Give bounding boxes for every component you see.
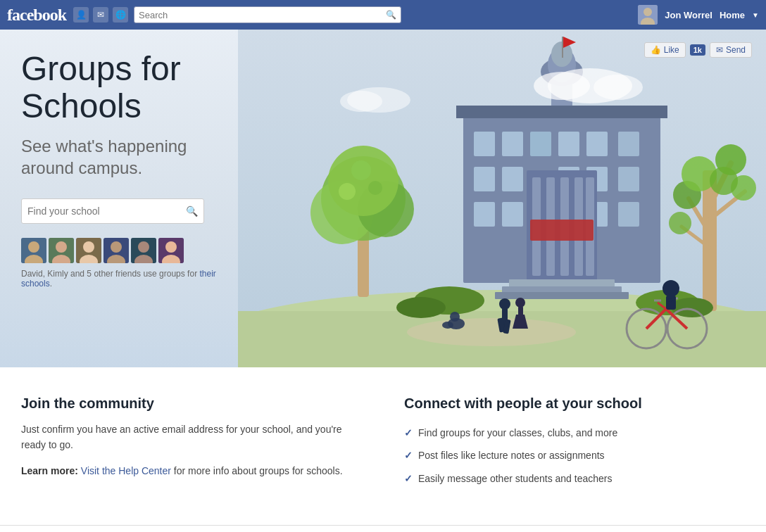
svg-point-80 <box>396 297 446 318</box>
username: Jon Worrel <box>665 10 712 20</box>
find-school-button[interactable]: 🔍 <box>186 205 198 217</box>
dropdown-arrow-icon[interactable]: ▼ <box>752 11 759 19</box>
svg-point-24 <box>407 318 576 346</box>
connect-col: Connect with people at your school Find … <box>404 395 745 490</box>
friends-icon[interactable]: 👤 <box>73 7 89 23</box>
hero-subtitle: See what's happening around campus. <box>21 135 232 179</box>
svg-point-19 <box>165 241 177 253</box>
svg-rect-40 <box>474 167 495 191</box>
list-item: Easily message other students and teache… <box>404 467 745 490</box>
hero-title: Groups for Schools <box>21 51 232 125</box>
svg-rect-41 <box>502 167 523 191</box>
visit-help-center-link[interactable]: Visit the Help Center <box>81 465 171 476</box>
friend-avatar-4 <box>103 238 129 263</box>
svg-rect-46 <box>502 202 523 227</box>
svg-rect-49 <box>618 202 639 227</box>
svg-rect-37 <box>558 132 579 156</box>
svg-point-108 <box>340 91 382 112</box>
svg-rect-45 <box>474 202 495 227</box>
svg-point-31 <box>368 181 382 195</box>
svg-point-30 <box>339 183 356 200</box>
footer: Facebook © 2012 · English (US) About Adv… <box>0 525 766 532</box>
globe-icon[interactable]: 🌐 <box>113 7 128 23</box>
thumbs-up-icon: 👍 <box>651 45 661 55</box>
like-button[interactable]: 👍 Like <box>644 42 686 58</box>
friend-text: David, Kimly and 5 other friends use gro… <box>21 269 232 289</box>
hero-section: Groups for Schools See what's happening … <box>0 30 766 367</box>
svg-point-32 <box>351 160 371 180</box>
svg-rect-63 <box>456 106 667 118</box>
friend-avatar-2 <box>49 238 74 263</box>
find-school-input[interactable] <box>27 205 186 217</box>
svg-rect-35 <box>502 132 523 156</box>
find-school-search: 🔍 <box>21 198 204 224</box>
list-item: Find groups for your classes, clubs, and… <box>404 422 745 444</box>
connect-list: Find groups for your classes, clubs, and… <box>404 422 745 490</box>
like-count: 1k <box>690 44 705 56</box>
svg-point-29 <box>328 146 398 216</box>
svg-point-10 <box>83 241 94 253</box>
svg-line-103 <box>669 299 674 300</box>
friend-avatar-1 <box>21 238 46 263</box>
like-label: Like <box>664 45 679 55</box>
svg-point-83 <box>450 312 460 322</box>
list-item: Post files like lecture notes or assignm… <box>404 444 745 467</box>
svg-rect-39 <box>618 132 639 156</box>
svg-point-75 <box>669 212 691 234</box>
svg-point-105 <box>534 72 590 100</box>
send-button[interactable]: ✉ Send <box>710 42 752 58</box>
header: facebook 👤 ✉ 🌐 🔍 Jon Worrel Home ▼ <box>0 0 766 30</box>
send-label: Send <box>726 45 746 55</box>
svg-point-13 <box>111 241 122 253</box>
search-box: 🔍 <box>134 6 401 23</box>
svg-rect-102 <box>666 296 676 310</box>
learn-more-text: Learn more: Visit the Help Center for mo… <box>21 463 362 479</box>
svg-point-81 <box>671 298 713 317</box>
home-button[interactable]: Home <box>720 10 745 20</box>
friend-avatar-6 <box>158 238 184 263</box>
avatar <box>638 5 658 25</box>
learn-more-suffix: for more info about groups for schools. <box>174 465 343 476</box>
svg-point-84 <box>442 322 453 329</box>
svg-point-16 <box>138 241 149 253</box>
join-community-heading: Join the community <box>21 395 362 412</box>
like-send-bar: 👍 Like 1k ✉ Send <box>644 42 752 58</box>
learn-more-prefix: Learn more: <box>21 465 78 476</box>
search-button[interactable]: 🔍 <box>386 10 396 20</box>
friend-avatar-3 <box>76 238 101 263</box>
messages-icon[interactable]: ✉ <box>93 7 108 23</box>
svg-rect-61 <box>562 37 563 58</box>
svg-rect-44 <box>618 167 639 191</box>
svg-point-1 <box>643 8 652 16</box>
svg-point-4 <box>28 241 39 253</box>
send-icon: ✉ <box>716 45 723 55</box>
svg-rect-34 <box>474 132 495 156</box>
svg-point-7 <box>56 241 67 253</box>
facebook-logo[interactable]: facebook <box>7 6 66 25</box>
svg-rect-38 <box>586 132 608 156</box>
join-community-col: Join the community Just confirm you have… <box>21 395 362 490</box>
content-section: Join the community Just confirm you have… <box>0 367 766 525</box>
svg-point-77 <box>710 167 738 195</box>
svg-point-106 <box>594 75 643 100</box>
right-nav: Jon Worrel Home ▼ <box>638 5 759 25</box>
connect-heading: Connect with people at your school <box>404 395 745 412</box>
svg-point-101 <box>663 280 679 297</box>
hero-content: Groups for Schools See what's happening … <box>0 30 253 303</box>
search-input[interactable] <box>139 10 386 20</box>
svg-point-86 <box>499 298 510 310</box>
svg-rect-36 <box>530 132 551 156</box>
nav-icons: 👤 ✉ 🌐 <box>73 7 128 23</box>
svg-rect-66 <box>495 292 629 299</box>
svg-point-90 <box>515 298 525 308</box>
friend-avatar-5 <box>131 238 156 263</box>
join-community-paragraph: Just confirm you have an active email ad… <box>21 422 362 453</box>
friend-avatars <box>21 238 232 263</box>
svg-rect-56 <box>530 220 594 241</box>
campus-illustration <box>238 30 766 367</box>
their-schools-link[interactable]: their schools <box>21 269 216 289</box>
